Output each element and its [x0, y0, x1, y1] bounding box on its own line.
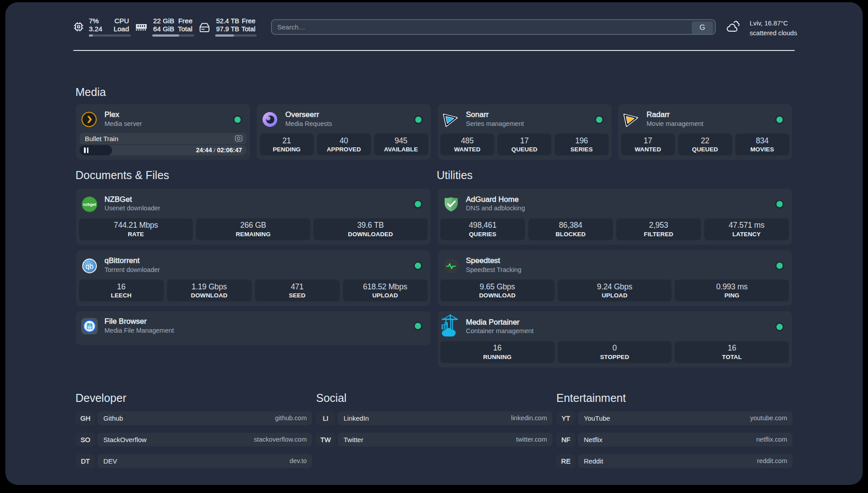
- svg-text:nzbget: nzbget: [83, 202, 96, 207]
- svg-text:qb: qb: [86, 262, 94, 270]
